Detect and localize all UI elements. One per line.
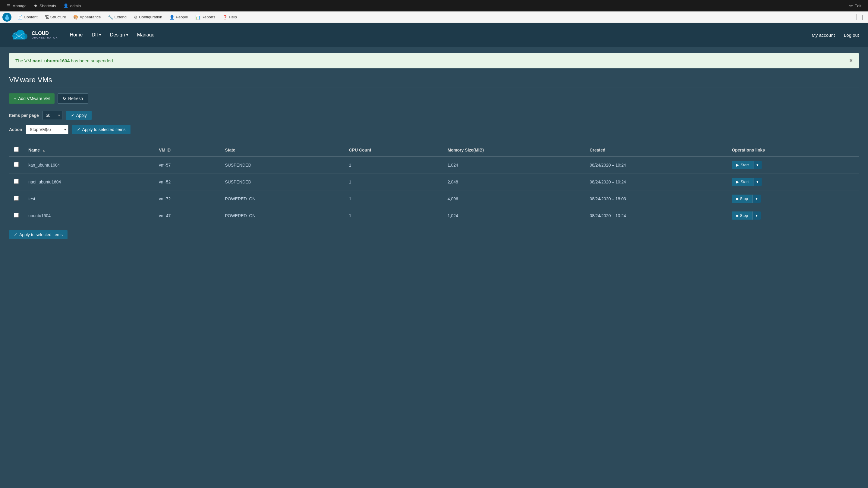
items-per-page-apply-button[interactable]: ✓ Apply bbox=[66, 111, 92, 120]
nav-bar-right: | bbox=[856, 14, 866, 20]
action-row: Action Stop VM(s) Start VM(s) Suspend VM… bbox=[9, 125, 859, 134]
table-row: naoi_ubuntu1604 vm-52 SUSPENDED 1 2,048 … bbox=[9, 173, 859, 190]
row-name-0: kan_ubuntu1604 bbox=[24, 157, 154, 173]
row-name-1: naoi_ubuntu1604 bbox=[24, 173, 154, 190]
admin-bar-right: ✏ Edit bbox=[846, 1, 864, 10]
row-memory-1: 2,048 bbox=[443, 173, 585, 190]
site-nav-home[interactable]: Home bbox=[70, 32, 83, 38]
site-nav-design[interactable]: Design ▾ bbox=[110, 32, 128, 38]
row-checkbox-2[interactable] bbox=[14, 196, 19, 201]
site-nav-manage[interactable]: Manage bbox=[137, 32, 155, 38]
op-dropdown-btn-3[interactable]: ▾ bbox=[752, 212, 761, 220]
hamburger-icon: ☰ bbox=[7, 3, 10, 8]
site-nav-right: My account Log out bbox=[812, 33, 859, 38]
bottom-apply-section: ✓ Apply to selected items bbox=[9, 230, 859, 239]
structure-icon: 🏗 bbox=[45, 15, 49, 20]
row-cpu-3: 1 bbox=[344, 207, 443, 224]
op-stop-btn-3[interactable]: ■ Stop bbox=[732, 212, 752, 220]
select-all-checkbox[interactable] bbox=[14, 147, 19, 152]
site-nav-my-account[interactable]: My account bbox=[812, 33, 835, 38]
main-content: The VM naoi_ubuntu1604 has been suspende… bbox=[0, 47, 868, 488]
row-cpu-2: 1 bbox=[344, 190, 443, 207]
op-icon-2: ■ bbox=[736, 196, 738, 201]
action-apply-button[interactable]: ✓ Apply to selected items bbox=[72, 125, 130, 134]
action-select[interactable]: Stop VM(s) Start VM(s) Suspend VM(s) bbox=[26, 125, 68, 134]
design-chevron-icon: ▾ bbox=[126, 33, 128, 37]
site-nav: Home DII ▾ Design ▾ Manage bbox=[70, 32, 155, 38]
op-dropdown-btn-1[interactable]: ▾ bbox=[753, 178, 762, 186]
row-vmid-2: vm-72 bbox=[154, 190, 220, 207]
op-start-btn-1[interactable]: ▶ Start bbox=[732, 178, 753, 186]
drupal-logo: 💧 bbox=[2, 13, 11, 22]
row-checkbox-1[interactable] bbox=[14, 179, 19, 184]
op-stop-btn-2[interactable]: ■ Stop bbox=[732, 195, 752, 203]
bottom-apply-button[interactable]: ✓ Apply to selected items bbox=[9, 230, 67, 239]
nav-configuration[interactable]: ⚙ Configuration bbox=[130, 13, 166, 22]
row-checkbox-cell-0 bbox=[9, 157, 24, 173]
config-icon: ⚙ bbox=[134, 15, 138, 20]
cloud-svg bbox=[10, 27, 28, 42]
row-state-0: SUSPENDED bbox=[220, 157, 344, 173]
col-header-name[interactable]: Name ▲ bbox=[24, 143, 154, 157]
add-vmware-vm-button[interactable]: + Add VMware VM bbox=[9, 93, 55, 104]
nav-extend[interactable]: 🔧 Extend bbox=[104, 13, 130, 22]
row-vmid-0: vm-57 bbox=[154, 157, 220, 173]
row-memory-2: 4,096 bbox=[443, 190, 585, 207]
row-created-3: 08/24/2020 – 10:24 bbox=[585, 207, 727, 224]
site-nav-logout[interactable]: Log out bbox=[844, 33, 859, 38]
table-header-row: Name ▲ VM ID State CPU Count Memory Size… bbox=[9, 143, 859, 157]
pencil-icon: ✏ bbox=[849, 3, 853, 8]
site-logo-small[interactable]: 💧 bbox=[2, 13, 11, 22]
items-per-page-select[interactable]: 50 25 100 bbox=[42, 111, 62, 120]
row-state-1: SUSPENDED bbox=[220, 173, 344, 190]
row-name-2: test bbox=[24, 190, 154, 207]
edit-btn[interactable]: ✏ Edit bbox=[846, 1, 864, 10]
nav-people[interactable]: 👤 People bbox=[166, 13, 191, 22]
refresh-icon: ↻ bbox=[63, 96, 66, 101]
table-row: kan_ubuntu1604 vm-57 SUSPENDED 1 1,024 0… bbox=[9, 157, 859, 173]
content-icon: 📄 bbox=[18, 15, 23, 20]
site-nav-dii[interactable]: DII ▾ bbox=[92, 32, 101, 38]
row-checkbox-3[interactable] bbox=[14, 213, 19, 218]
action-select-wrapper: Stop VM(s) Start VM(s) Suspend VM(s) ▾ bbox=[26, 125, 68, 134]
op-dropdown-btn-0[interactable]: ▾ bbox=[753, 161, 762, 169]
op-btn-group-1: ▶ Start ▾ bbox=[732, 178, 854, 186]
table-row: test vm-72 POWERED_ON 1 4,096 08/24/2020… bbox=[9, 190, 859, 207]
row-ops-2: ■ Stop ▾ bbox=[727, 190, 859, 207]
admin-user-btn[interactable]: 👤 admin bbox=[60, 1, 84, 10]
manage-menu-btn[interactable]: ☰ Manage bbox=[4, 1, 30, 10]
site-logo[interactable]: CLOUD ORCHESTRATOR bbox=[9, 27, 58, 43]
row-checkbox-cell-3 bbox=[9, 207, 24, 224]
refresh-button[interactable]: ↻ Refresh bbox=[58, 93, 88, 104]
cloud-logo bbox=[9, 27, 29, 43]
row-checkbox-0[interactable] bbox=[14, 162, 19, 167]
nav-content[interactable]: 📄 Content bbox=[14, 13, 41, 22]
help-icon: ❓ bbox=[222, 15, 227, 20]
row-memory-0: 1,024 bbox=[443, 157, 585, 173]
col-header-created: Created bbox=[585, 143, 727, 157]
row-created-2: 08/24/2020 – 18:03 bbox=[585, 190, 727, 207]
col-header-vmid: VM ID bbox=[154, 143, 220, 157]
sort-asc-icon: ▲ bbox=[42, 149, 45, 152]
reports-icon: 📊 bbox=[195, 15, 200, 20]
people-icon: 👤 bbox=[169, 15, 175, 20]
nav-structure[interactable]: 🏗 Structure bbox=[41, 13, 70, 22]
action-label: Action bbox=[9, 127, 22, 132]
nav-reports[interactable]: 📊 Reports bbox=[192, 13, 219, 22]
nav-appearance[interactable]: 🎨 Appearance bbox=[70, 13, 104, 22]
alert-close-btn[interactable]: × bbox=[849, 58, 852, 64]
plus-icon: + bbox=[14, 96, 16, 101]
row-ops-1: ▶ Start ▾ bbox=[727, 173, 859, 190]
select-all-header bbox=[9, 143, 24, 157]
user-icon: 👤 bbox=[63, 3, 68, 8]
row-checkbox-cell-1 bbox=[9, 173, 24, 190]
extend-icon: 🔧 bbox=[108, 15, 113, 20]
op-icon-3: ■ bbox=[736, 213, 738, 218]
op-dropdown-btn-2[interactable]: ▾ bbox=[752, 195, 761, 203]
shortcuts-btn[interactable]: ★ Shortcuts bbox=[31, 1, 59, 10]
nav-help[interactable]: ❓ Help bbox=[219, 13, 241, 22]
op-start-btn-0[interactable]: ▶ Start bbox=[732, 161, 753, 169]
items-per-page-row: Items per page 50 25 100 ▾ ✓ Apply bbox=[9, 111, 859, 120]
row-state-3: POWERED_ON bbox=[220, 207, 344, 224]
col-header-operations: Operations links bbox=[727, 143, 859, 157]
